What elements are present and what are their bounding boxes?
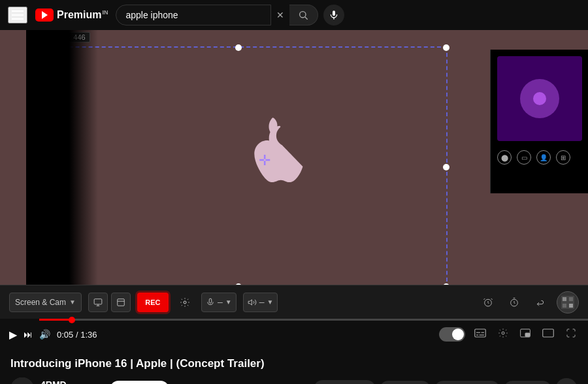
- mic-level: ─: [218, 298, 223, 306]
- volume-icon: [248, 298, 257, 307]
- vol-dropdown-arrow: ▼: [267, 298, 273, 306]
- alarm-btn[interactable]: [478, 293, 498, 312]
- subtitles-button[interactable]: [472, 326, 489, 343]
- mic-control-icon: [206, 298, 215, 307]
- toggle-knob: [452, 328, 464, 340]
- rec-settings-btn[interactable]: [175, 293, 195, 312]
- vol-control-group[interactable]: ─ ▼: [243, 293, 278, 312]
- mini-ctrl-rect[interactable]: ▭: [517, 150, 531, 165]
- video-background: ⬤ ▭ 👤 ⊞ ✛ 822 🔒 446: [0, 30, 588, 285]
- settings-button[interactable]: [495, 325, 511, 344]
- video-section: ⬤ ▭ 👤 ⊞ ✛ 822 🔒 446: [0, 30, 588, 285]
- search-button[interactable]: [289, 5, 318, 25]
- like-dislike-button[interactable]: 4K: [314, 380, 376, 384]
- svg-line-1: [305, 17, 308, 20]
- mic-dropdown-arrow: ▼: [225, 298, 232, 306]
- gear-icon: [180, 297, 190, 308]
- rec-user-avatar: [557, 291, 579, 313]
- cam-select-label: Screen & Cam: [15, 298, 66, 307]
- play-button[interactable]: ▶: [9, 328, 17, 341]
- theater-button[interactable]: [540, 326, 557, 343]
- channel-name: 4RMD: [41, 379, 103, 384]
- search-input[interactable]: [125, 10, 261, 20]
- fullscreen-button[interactable]: [563, 325, 579, 344]
- svg-rect-29: [10, 377, 34, 384]
- autoplay-toggle[interactable]: [439, 327, 465, 342]
- mini-ctrl-person[interactable]: 👤: [536, 150, 551, 165]
- rec-label: REC: [145, 298, 160, 306]
- svg-rect-10: [209, 298, 212, 303]
- save-button[interactable]: Save: [504, 381, 551, 384]
- mini-ctrl-grid[interactable]: ⊞: [556, 150, 570, 165]
- move-cursor-icon: ✛: [259, 152, 270, 169]
- fullscreen-icon: [566, 328, 576, 338]
- export-btn[interactable]: [531, 293, 550, 312]
- progress-dot: [69, 317, 75, 323]
- mini-controls: ⬤ ▭ 👤 ⊞: [491, 148, 588, 167]
- screen-icon: [93, 298, 103, 307]
- volume-button[interactable]: 🔊: [39, 329, 50, 340]
- svg-rect-18: [563, 304, 566, 308]
- mic-button[interactable]: [323, 5, 344, 25]
- rec-screen-btn[interactable]: [88, 293, 108, 312]
- subtitles-icon: [474, 328, 486, 338]
- settings-icon: [498, 328, 508, 338]
- premium-badge: IN: [102, 9, 108, 16]
- vol-level: ─: [259, 298, 265, 306]
- cam-select-dropdown[interactable]: Screen & Cam ▼: [9, 293, 82, 312]
- cam-select-chevron-icon: ▼: [69, 298, 76, 306]
- export-icon: [535, 297, 546, 308]
- rec-settings-group: [175, 293, 195, 312]
- time-current: 0:05: [57, 330, 73, 340]
- svg-rect-20: [475, 329, 486, 337]
- window-icon: [116, 298, 125, 307]
- next-button[interactable]: ⏭: [24, 329, 33, 340]
- miniplayer-icon: [520, 328, 531, 338]
- svg-point-9: [184, 301, 186, 304]
- channel-info: 4RMD 31.5K subscribers: [41, 379, 103, 384]
- top-bar: PremiumIN ✕: [0, 0, 588, 30]
- search-input-wrap: [116, 5, 270, 25]
- search-clear-button[interactable]: ✕: [271, 10, 289, 20]
- svg-rect-2: [333, 10, 335, 16]
- download-button[interactable]: Download: [434, 381, 500, 384]
- timer-btn[interactable]: [504, 293, 524, 312]
- more-button[interactable]: •••: [555, 378, 578, 384]
- recording-toolbar: Screen & Cam ▼ REC ─ ▼: [0, 285, 588, 319]
- timer-icon: [509, 297, 519, 308]
- youtube-logo: PremiumIN: [35, 8, 108, 22]
- right-panel: ⬤ ▭ 👤 ⊞: [490, 50, 588, 193]
- share-button[interactable]: Share: [380, 381, 431, 384]
- record-button[interactable]: REC: [137, 293, 169, 312]
- menu-button[interactable]: [8, 7, 27, 24]
- svg-rect-19: [569, 304, 573, 308]
- search-container: ✕: [116, 5, 344, 25]
- time-total: 1:36: [80, 330, 97, 340]
- svg-marker-11: [248, 299, 252, 304]
- svg-rect-7: [118, 298, 125, 306]
- svg-rect-27: [525, 333, 530, 336]
- svg-rect-16: [563, 297, 566, 301]
- svg-point-0: [300, 12, 306, 18]
- video-title: Introducing iPhone 16 | Apple | (Concept…: [10, 357, 578, 371]
- yt-play-icon: [42, 11, 48, 19]
- channel-avatar-graphic: 4R: [10, 377, 34, 384]
- mic-control-group[interactable]: ─ ▼: [201, 293, 237, 312]
- yt-icon: [35, 8, 54, 22]
- alarm-icon: [483, 297, 493, 308]
- search-icon: [298, 10, 308, 20]
- yt-wordmark: PremiumIN: [57, 9, 108, 21]
- svg-point-25: [502, 332, 504, 334]
- avatar-pattern: [561, 296, 574, 309]
- mini-circle-graphic: [520, 79, 559, 118]
- rec-window-btn[interactable]: [111, 293, 131, 312]
- miniplayer-button[interactable]: [517, 326, 533, 343]
- video-info: Introducing iPhone 16 | Apple | (Concept…: [0, 350, 588, 384]
- mini-ctrl-circle[interactable]: ⬤: [497, 150, 512, 165]
- time-display: 0:05 / 1:36: [57, 330, 97, 340]
- channel-row: 4R 4RMD 31.5K subscribers Subscribe 4K: [10, 377, 578, 384]
- mini-preview: [497, 56, 582, 141]
- subscribe-button[interactable]: Subscribe: [110, 381, 169, 384]
- action-buttons: 4K Share: [314, 378, 578, 384]
- player-bar: ▶ ⏭ 🔊 0:05 / 1:36: [0, 319, 588, 350]
